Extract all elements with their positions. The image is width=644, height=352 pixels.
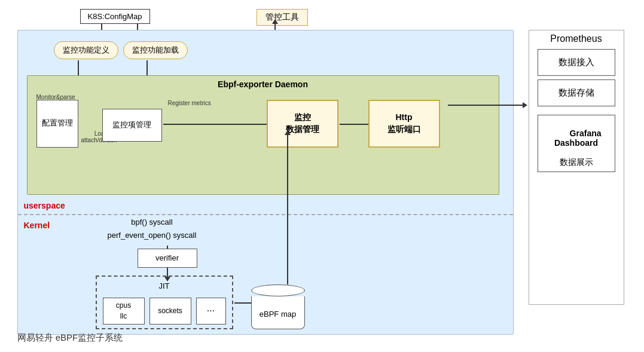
http-label: Http 监听端口: [387, 112, 421, 135]
jit-cell-dots: ···: [196, 298, 226, 325]
arrow-http-rightpanel: [448, 105, 523, 106]
verifier-box: verifier: [138, 249, 197, 268]
right-panel: Prometheus 数据接入 数据存储 Grafana Dashboard 数…: [529, 30, 624, 305]
monitor-item-label: 监控项管理: [112, 120, 151, 130]
ebpf-map-cylinder: eBPF map: [251, 284, 305, 329]
grafana-section: Grafana Dashboard 数据展示: [538, 115, 615, 172]
k8s-configmap-box: K8S:ConfigMap: [80, 9, 150, 24]
cell1-line1: cpus: [116, 300, 131, 311]
jit-cell-sockets: sockets: [149, 298, 191, 325]
guankong-label: 管控工具: [265, 12, 299, 22]
verifier-label: verifier: [155, 253, 179, 262]
func-load-label: 监控功能加载: [132, 45, 179, 54]
grafana-title-text: Grafana Dashboard: [554, 128, 602, 148]
cell1-line2: llc: [120, 311, 127, 322]
arrow-datamgmt-http: [340, 124, 370, 125]
data-store-label: 数据存储: [558, 87, 594, 99]
cylinder-body: eBPF map: [251, 296, 305, 329]
http-box: Http 监听端口: [368, 100, 440, 148]
func-load-box: 监控功能加载: [123, 41, 188, 59]
arrow-funcdef-daemon: [78, 60, 79, 75]
syscall-box: bpf() syscall perf_event_open() syscall: [108, 216, 197, 242]
arrow-monitoritem-datamgmt: [163, 124, 268, 125]
syscall1-text: bpf() syscall: [108, 216, 197, 229]
daemon-box: Ebpf-exporter Daemon Monitor&parse 配置管理 …: [27, 75, 499, 195]
func-def-label: 监控功能定义: [63, 45, 109, 54]
arrow-ebpfmap-datamgmt: [287, 135, 288, 284]
data-in-label: 数据接入: [558, 57, 594, 68]
kernel-label: Kernel: [24, 221, 50, 230]
func-def-box: 监控功能定义: [54, 41, 118, 59]
prometheus-title: Prometheus: [550, 33, 602, 44]
cylinder-top: [251, 284, 305, 296]
cell3-text: ···: [207, 305, 215, 316]
jit-outer-box: JIT cpus llc sockets ···: [96, 276, 233, 329]
register-metrics-label: Register metrics: [168, 100, 211, 106]
cell2-text: sockets: [158, 305, 182, 316]
jit-cell-cpus-llc: cpus llc: [103, 298, 145, 325]
grafana-title: Grafana Dashboard: [551, 119, 601, 157]
data-store-box: 数据存储: [538, 79, 615, 106]
config-mgmt-box: 配置管理: [36, 100, 78, 148]
arrow-funcload-daemon: [146, 60, 148, 75]
separator-line: [18, 214, 513, 215]
jit-inner-boxes: cpus llc sockets ···: [103, 298, 226, 325]
main-diagram-box: 监控功能定义 监控功能加载 Ebpf-exporter Daemon Monit…: [17, 30, 514, 335]
caption: 网易轻舟 eBPF监控子系统: [17, 332, 123, 344]
jit-label: JIT: [158, 281, 169, 290]
data-in-box: 数据接入: [538, 49, 615, 76]
grafana-sub: 数据展示: [560, 157, 593, 168]
data-mgmt-label: 监控 数据管理: [286, 112, 319, 135]
userspace-label: userspace: [24, 201, 65, 210]
guankong-tool-box: 管控工具: [257, 9, 308, 26]
ebpf-map-label: eBPF map: [260, 310, 296, 319]
k8s-label: K8S:ConfigMap: [88, 12, 142, 21]
config-label: 配置管理: [42, 118, 73, 128]
diagram-container: K8S:ConfigMap 管控工具 监控功能定义 监控功能加载 Ebpf-ex…: [17, 6, 627, 347]
monitor-item-box: 监控项管理: [102, 109, 162, 142]
daemon-title: Ebpf-exporter Daemon: [218, 79, 308, 89]
data-mgmt-box: 监控 数据管理: [267, 100, 338, 148]
top-inner-pills: 监控功能定义 监控功能加载: [54, 41, 188, 59]
syscall2-text: perf_event_open() syscall: [108, 229, 197, 242]
